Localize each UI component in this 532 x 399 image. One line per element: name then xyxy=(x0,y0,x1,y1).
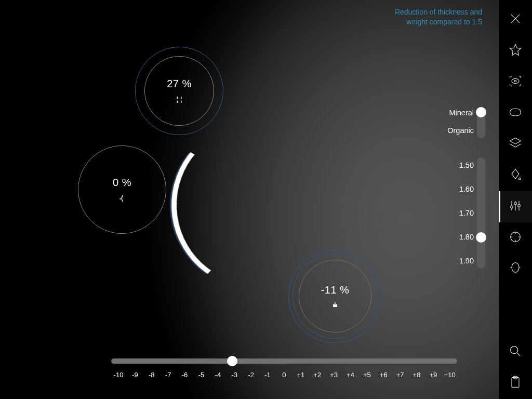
drop-tool[interactable] xyxy=(499,160,532,191)
index-knob[interactable] xyxy=(476,232,486,243)
star-icon xyxy=(508,43,523,59)
clipboard-tool[interactable] xyxy=(499,368,532,399)
drop-icon xyxy=(508,167,523,184)
tool-sidebar xyxy=(499,0,532,399)
lens-shape-tool[interactable] xyxy=(499,98,532,129)
header-line1: Reduction of thickness and xyxy=(395,8,482,16)
target-tool[interactable] xyxy=(499,222,532,254)
index-option-150[interactable]: 1.50 xyxy=(407,153,485,177)
eye-scan-icon xyxy=(508,74,523,90)
svg-point-3 xyxy=(512,78,519,83)
metric-curvature-ring[interactable]: 0 % xyxy=(78,145,166,234)
material-track[interactable] xyxy=(477,107,485,138)
layers-tool[interactable] xyxy=(499,129,532,160)
clipboard-icon xyxy=(508,375,523,392)
index-option-180[interactable]: 1.80 xyxy=(407,225,485,249)
index-option-190[interactable]: 1.90 xyxy=(407,249,485,273)
svg-point-4 xyxy=(514,80,516,82)
index-track[interactable] xyxy=(477,157,485,269)
metric-thickness-ring[interactable]: 27 % xyxy=(135,47,223,135)
material-knob[interactable] xyxy=(476,107,486,117)
diopter-track[interactable] xyxy=(111,358,457,364)
close-icon xyxy=(508,11,523,28)
svg-point-6 xyxy=(511,206,513,208)
metric-weight-ring[interactable]: -11 % xyxy=(288,249,382,343)
diopter-slider[interactable]: -10-9-8-7-6-5-4-3-2-10+1+2+3+4+5+6+7+8+9… xyxy=(111,358,457,390)
index-slider[interactable]: 1.501.601.701.801.90 xyxy=(407,153,485,273)
material-option-mineral[interactable]: Mineral xyxy=(449,109,474,117)
svg-point-7 xyxy=(514,202,517,205)
close-tool[interactable] xyxy=(499,4,532,35)
head-tool[interactable] xyxy=(499,254,532,285)
lens-shape-icon xyxy=(508,105,523,122)
sliders-tool[interactable] xyxy=(499,191,532,222)
index-option-160[interactable]: 1.60 xyxy=(407,177,485,201)
svg-point-11 xyxy=(511,347,518,354)
search-icon xyxy=(508,344,523,361)
material-toggle[interactable]: Mineral Organic xyxy=(407,104,485,139)
svg-point-10 xyxy=(512,263,519,273)
head-icon xyxy=(508,261,523,277)
svg-point-8 xyxy=(518,205,521,207)
header-line2: weight compared to 1.5 xyxy=(0,17,482,27)
header-note: Reduction of thickness and weight compar… xyxy=(0,7,488,27)
target-icon xyxy=(508,230,523,246)
diopter-knob[interactable] xyxy=(227,356,237,366)
star-tool[interactable] xyxy=(499,35,532,66)
layers-icon xyxy=(508,136,523,153)
eye-scan-tool[interactable] xyxy=(499,66,532,98)
diopter-tick-labels: -10-9-8-7-6-5-4-3-2-10+1+2+3+4+5+6+7+8+9… xyxy=(111,371,457,379)
index-option-170[interactable]: 1.70 xyxy=(407,201,485,225)
sliders-icon xyxy=(508,198,523,215)
material-option-organic[interactable]: Organic xyxy=(447,126,474,135)
svg-point-5 xyxy=(518,178,521,180)
search-tool[interactable] xyxy=(499,337,532,368)
